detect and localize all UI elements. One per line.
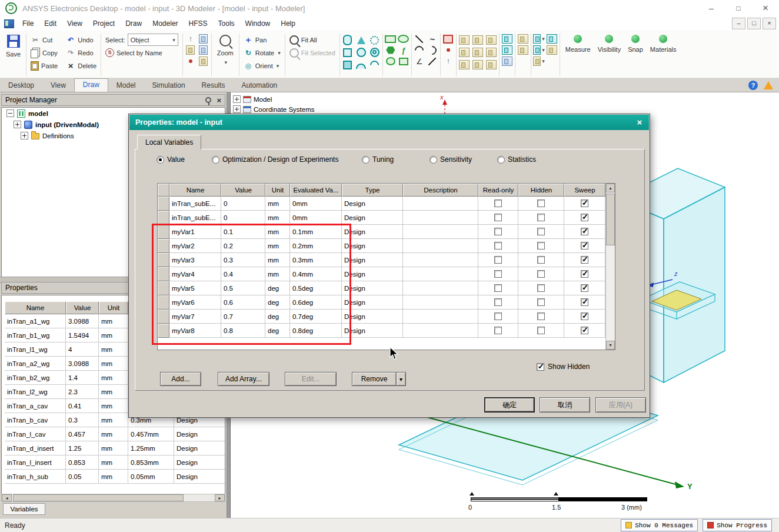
cell-unit[interactable]: deg (265, 310, 290, 324)
radio-option[interactable]: Value (157, 155, 185, 164)
readonly-checkbox[interactable] (494, 270, 502, 278)
cell-value[interactable]: 0.4 (221, 267, 265, 281)
wrap-sheet-icon[interactable] (501, 45, 513, 55)
col-value[interactable]: Value (66, 301, 99, 314)
cell-name[interactable]: inTran_subE... (169, 211, 221, 225)
cell-unit[interactable]: mm (265, 197, 290, 211)
tab-variables[interactable]: Variables (3, 503, 45, 515)
sweep-checkbox[interactable] (581, 284, 588, 292)
horizontal-scrollbar[interactable] (1, 494, 225, 502)
cell-unit[interactable]: mm (265, 225, 290, 239)
row-selector[interactable] (158, 281, 169, 295)
cell-name[interactable]: myVar3 (169, 253, 221, 267)
cell-value[interactable]: 0 (221, 211, 265, 225)
sweep-checkbox[interactable] (581, 214, 588, 221)
cell-unit[interactable]: deg (265, 295, 290, 310)
col-value[interactable]: Value (221, 184, 265, 197)
intersect-icon[interactable] (533, 45, 545, 55)
cell-value[interactable]: 0.2 (221, 239, 265, 253)
cell-name[interactable]: myVar4 (169, 267, 221, 281)
sweep-checkbox[interactable] (581, 312, 588, 320)
cell-name[interactable]: myVar8 (169, 324, 221, 338)
helix-icon[interactable] (369, 35, 381, 45)
sweep-vector-icon[interactable] (501, 56, 513, 66)
sweep-checkbox[interactable] (581, 228, 588, 235)
hidden-checkbox[interactable] (537, 284, 545, 292)
variable-row[interactable]: myVar6 0.6 deg 0.6deg Design (158, 295, 605, 310)
hidden-checkbox[interactable] (537, 242, 545, 250)
col-unit[interactable]: Unit (99, 301, 128, 314)
move-origin-icon[interactable] (198, 34, 209, 44)
menu-item[interactable]: Draw (120, 19, 147, 28)
readonly-checkbox[interactable] (494, 228, 502, 235)
readonly-checkbox[interactable] (494, 200, 502, 207)
segment-icon[interactable] (427, 56, 438, 66)
menu-item[interactable]: File (17, 19, 39, 28)
split-icon[interactable] (546, 45, 558, 55)
hidden-checkbox[interactable] (537, 327, 545, 334)
cancel-button[interactable]: 取消 (540, 397, 590, 413)
align-icon[interactable] (485, 59, 497, 70)
cell-value[interactable]: 0.6 (221, 295, 265, 310)
scroll-thumb[interactable] (606, 194, 615, 245)
model-tree-item[interactable]: Model (233, 94, 315, 104)
col-description[interactable]: Description (403, 184, 478, 197)
sweep-checkbox[interactable] (581, 200, 588, 207)
select-by-name-button[interactable]: Select by Name (103, 46, 181, 59)
measure-button[interactable]: Measure (562, 32, 594, 54)
remove-dropdown-icon[interactable] (396, 372, 406, 386)
scroll-right-icon[interactable] (215, 494, 225, 501)
mdi-restore-icon[interactable] (747, 18, 761, 29)
hidden-checkbox[interactable] (537, 270, 545, 278)
ok-button[interactable]: 确定 (484, 397, 535, 413)
hidden-checkbox[interactable] (537, 200, 545, 207)
variable-row[interactable]: myVar1 0.1 mm 0.1mm Design (158, 225, 605, 239)
cell-description[interactable] (403, 211, 478, 225)
variable-row[interactable]: myVar7 0.7 deg 0.7deg Design (158, 310, 605, 324)
dialog-close-icon[interactable] (634, 117, 645, 128)
offset-icon[interactable] (458, 47, 470, 58)
equation-curve-icon[interactable] (398, 45, 410, 55)
uncover-faces-icon[interactable] (517, 45, 529, 55)
fit-all-button[interactable]: Fit All (287, 34, 338, 46)
col-evaluated-value[interactable]: Evaluated Va... (290, 184, 342, 197)
select-dropdown[interactable]: Object (128, 34, 178, 46)
menu-item[interactable]: HFSS (184, 19, 213, 28)
cell-name[interactable]: myVar7 (169, 310, 221, 324)
paste-button[interactable]: Paste (28, 59, 60, 72)
cell-description[interactable] (403, 267, 478, 281)
col-name[interactable]: Name (5, 301, 66, 314)
cell-name[interactable]: inTran_subE... (169, 197, 221, 211)
cell-description[interactable] (403, 239, 478, 253)
select-multi-icon[interactable] (198, 56, 209, 66)
sweep-checkbox[interactable] (581, 327, 588, 334)
duplicate-line-icon[interactable] (472, 47, 484, 58)
bondwire-icon[interactable] (369, 59, 381, 70)
scroll-thumb[interactable] (13, 494, 184, 501)
dialog-titlebar[interactable]: Properties: model - input (129, 115, 649, 130)
expander-icon[interactable] (6, 109, 14, 117)
tab-results[interactable]: Results (194, 79, 234, 92)
thicken-sheet-icon[interactable] (501, 34, 513, 44)
materials-button[interactable]: Materials (647, 32, 680, 54)
select-edge-icon[interactable] (185, 45, 197, 55)
cell-description[interactable] (403, 197, 478, 211)
property-row[interactable]: inTran_h_sub 0.05 mm 0.05mm Design (5, 470, 225, 484)
tab-simulation[interactable]: Simulation (144, 79, 194, 92)
torus-icon[interactable] (369, 47, 381, 58)
redo-button[interactable]: Redo (64, 46, 99, 59)
tab-automation[interactable]: Automation (234, 79, 286, 92)
cell-name[interactable]: myVar1 (169, 225, 221, 239)
readonly-checkbox[interactable] (494, 256, 502, 264)
variable-row[interactable]: myVar2 0.2 mm 0.2mm Design (158, 239, 605, 253)
undo-button[interactable]: Undo (64, 34, 99, 46)
help-icon[interactable] (748, 81, 758, 90)
cell-unit[interactable]: deg (265, 281, 290, 295)
row-selector[interactable] (158, 310, 169, 324)
unite-icon[interactable] (533, 34, 545, 44)
cover-lines-icon[interactable] (517, 34, 529, 44)
visibility-button[interactable]: Visibility (594, 32, 625, 54)
rectangle-icon[interactable] (385, 34, 397, 44)
cuboid-icon[interactable] (342, 59, 354, 70)
row-selector[interactable] (158, 211, 169, 225)
